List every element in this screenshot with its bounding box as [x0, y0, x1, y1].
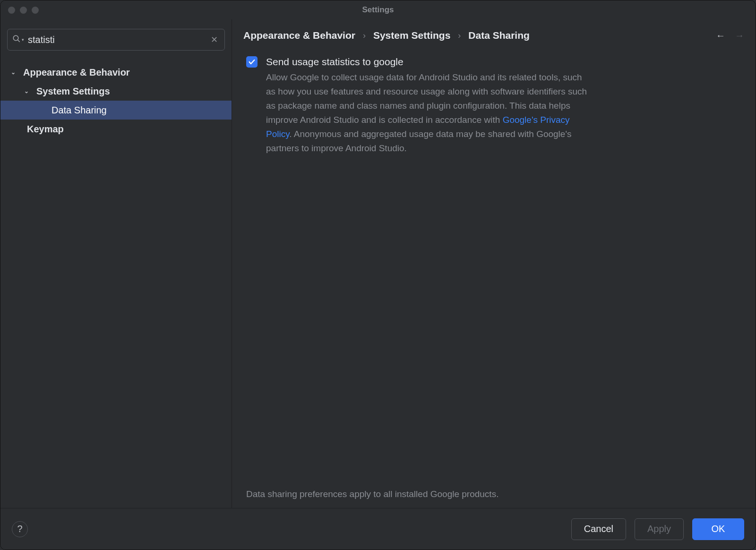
chevron-down-icon: ⌄ — [24, 88, 33, 95]
nav-arrows: ← → — [716, 30, 744, 41]
chevron-down-icon: ⌄ — [11, 69, 19, 76]
option-text: Send usage statistics to google Allow Go… — [266, 55, 587, 155]
window-minimize-button[interactable] — [20, 7, 27, 14]
cancel-button[interactable]: Cancel — [571, 518, 626, 540]
footnote: Data sharing preferences apply to all in… — [243, 489, 744, 508]
nav-forward-button: → — [735, 30, 744, 41]
option-desc-text: . Anonymous and aggregated usage data ma… — [266, 129, 572, 153]
window-title: Settings — [362, 5, 394, 15]
option-description: Allow Google to collect usage data for A… — [266, 70, 587, 155]
footer-buttons: Cancel Apply OK — [571, 518, 744, 540]
search-options-caret[interactable]: ▾ — [22, 37, 24, 42]
breadcrumb-separator: › — [458, 31, 461, 41]
footer: ? Cancel Apply OK — [0, 508, 756, 550]
svg-point-0 — [13, 35, 18, 41]
sidebar: ▾ ✕ ⌄ Appearance & Behavior ⌄ System Set… — [0, 19, 232, 508]
breadcrumb-part[interactable]: Appearance & Behavior — [243, 30, 355, 41]
sidebar-item-label: System Settings — [36, 86, 110, 97]
search-clear-icon[interactable]: ✕ — [209, 34, 220, 45]
settings-window: Settings ▾ ✕ ⌄ Appearance & Behavior — [0, 0, 756, 550]
titlebar: Settings — [0, 0, 756, 19]
window-close-button[interactable] — [8, 7, 15, 14]
send-usage-checkbox[interactable] — [246, 56, 258, 68]
nav-back-button[interactable]: ← — [716, 30, 725, 41]
ok-button[interactable]: OK — [692, 518, 744, 540]
window-zoom-button[interactable] — [32, 7, 39, 14]
breadcrumb: Appearance & Behavior › System Settings … — [243, 30, 716, 41]
search-box[interactable]: ▾ ✕ — [7, 29, 225, 51]
breadcrumb-part[interactable]: System Settings — [373, 30, 450, 41]
body: ▾ ✕ ⌄ Appearance & Behavior ⌄ System Set… — [0, 19, 756, 508]
content-header: Appearance & Behavior › System Settings … — [243, 30, 744, 55]
traffic-lights — [8, 7, 39, 14]
help-button[interactable]: ? — [12, 521, 28, 537]
sidebar-item-keymap[interactable]: Keymap — [0, 120, 232, 138]
sidebar-item-label: Keymap — [27, 124, 64, 135]
option-label[interactable]: Send usage statistics to google — [266, 55, 587, 69]
send-usage-option: Send usage statistics to google Allow Go… — [243, 55, 744, 155]
apply-button: Apply — [635, 518, 684, 540]
check-icon — [248, 58, 256, 66]
search-input[interactable] — [28, 34, 209, 45]
content-pane: Appearance & Behavior › System Settings … — [232, 19, 756, 508]
sidebar-item-label: Appearance & Behavior — [23, 67, 130, 78]
settings-tree: ⌄ Appearance & Behavior ⌄ System Setting… — [0, 56, 232, 138]
sidebar-item-data-sharing[interactable]: Data Sharing — [0, 101, 232, 120]
sidebar-item-appearance-behavior[interactable]: ⌄ Appearance & Behavior — [0, 63, 232, 82]
svg-line-1 — [17, 40, 20, 42]
sidebar-item-system-settings[interactable]: ⌄ System Settings — [0, 82, 232, 101]
breadcrumb-separator: › — [363, 31, 366, 41]
search-icon — [12, 34, 21, 45]
sidebar-item-label: Data Sharing — [52, 105, 107, 116]
breadcrumb-part: Data Sharing — [468, 30, 530, 41]
